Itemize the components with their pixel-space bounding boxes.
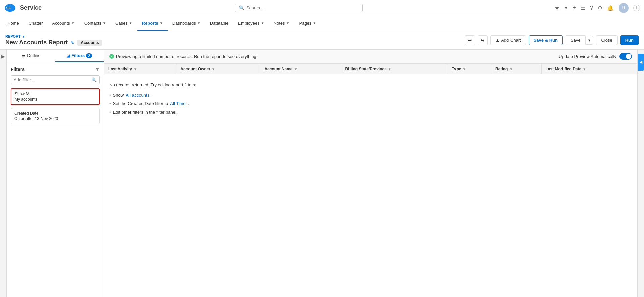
nav-item-reports[interactable]: Reports ▼ (137, 16, 168, 31)
hint-created-date: • Set the Created Date filter to All Tim… (109, 101, 632, 106)
report-header: REPORT ▼ New Accounts Report ✎ Accounts … (0, 31, 644, 50)
question-icon[interactable]: ? (590, 5, 593, 11)
hint-all-accounts: • Show All accounts . (109, 93, 632, 98)
filter-search-input[interactable] (14, 77, 90, 82)
nav-item-cases[interactable]: Cases ▼ (111, 16, 137, 31)
gear-icon[interactable]: ⚙ (598, 5, 602, 11)
close-button[interactable]: Close (596, 35, 617, 45)
search-input[interactable] (246, 5, 359, 10)
left-panel: ☰ Outline ◢ Filters 2 Filters ▼ 🔍 Show M… (7, 50, 104, 297)
save-button[interactable]: Save (566, 35, 585, 45)
col-billing-state-label: Billing State/Province (345, 67, 386, 71)
filter-search-box[interactable]: 🔍 (11, 75, 100, 84)
hint-edit-filters: • Edit other filters in the filter panel… (109, 110, 632, 115)
col-rating-label: Rating (495, 67, 508, 71)
link-all-time[interactable]: All Time (170, 101, 185, 106)
edit-icon[interactable]: ✎ (70, 40, 74, 45)
col-last-modified-date[interactable]: Last Modified Date ▼ (541, 64, 637, 74)
nav-label-employees: Employees (238, 20, 259, 26)
col-billing-state[interactable]: Billing State/Province ▼ (341, 64, 448, 74)
main-content: ✓ Previewing a limited number of records… (104, 50, 637, 297)
nav-item-employees[interactable]: Employees ▼ (233, 16, 269, 31)
hint-period-2: . (188, 101, 189, 106)
bell-icon[interactable]: 🔔 (607, 5, 614, 11)
nav-label-accounts: Accounts (52, 20, 70, 26)
tab-filters[interactable]: ◢ Filters 2 (55, 50, 104, 62)
search-box[interactable]: 🔍 (235, 4, 363, 12)
nav-bar: Home Chatter Accounts ▼ Contacts ▼ Cases… (0, 16, 644, 31)
filter-created-date-value: On or after 13-Nov-2023 (14, 116, 96, 121)
report-dropdown-icon[interactable]: ▼ (22, 35, 25, 38)
svg-text:SF: SF (6, 6, 11, 10)
col-last-activity[interactable]: Last Activity ▼ (104, 64, 176, 74)
rating-sort-icon[interactable]: ▼ (509, 67, 513, 71)
save-and-run-button[interactable]: Save & Run (529, 35, 563, 45)
report-header-right: ↩ ↪ ▲ Add Chart Save & Run Save ▼ Close … (465, 35, 639, 45)
filter-show-me-value: My accounts (15, 97, 96, 102)
redo-button[interactable]: ↪ (478, 35, 488, 45)
hint-edit-filters-label: Edit other filters in the filter panel. (113, 110, 178, 115)
nav-item-datatable[interactable]: Datatable (205, 16, 233, 31)
account-owner-sort-icon[interactable]: ▼ (212, 67, 215, 71)
right-edge-button[interactable]: ◀ (638, 54, 644, 71)
nav-item-pages[interactable]: Pages ▼ (294, 16, 321, 31)
nav-label-dashboards: Dashboards (172, 20, 196, 26)
filters-header: Filters ▼ (11, 67, 100, 72)
outline-icon: ☰ (21, 53, 25, 58)
bullet-3: • (109, 110, 111, 115)
add-chart-button[interactable]: ▲ Add Chart (490, 35, 526, 45)
col-rating[interactable]: Rating ▼ (491, 64, 541, 74)
billing-state-sort-icon[interactable]: ▼ (388, 67, 391, 71)
last-modified-sort-icon[interactable]: ▼ (583, 67, 586, 71)
filter-item-show-me[interactable]: Show Me My accounts (11, 88, 100, 105)
tab-outline[interactable]: ☰ Outline (7, 50, 55, 62)
star-icon[interactable]: ★ (555, 5, 559, 11)
account-name-sort-icon[interactable]: ▼ (294, 67, 297, 71)
save-dropdown-button[interactable]: ▼ (585, 36, 594, 45)
col-account-owner[interactable]: Account Owner ▼ (176, 64, 260, 74)
avatar[interactable]: U (619, 3, 629, 13)
nav-label-cases: Cases (115, 20, 128, 26)
report-label: REPORT ▼ (5, 34, 102, 38)
filter-show-me-label: Show Me (15, 92, 96, 96)
top-bar-right: ★ ▼ + ☰ ? ⚙ 🔔 U i (555, 3, 640, 13)
update-preview-toggle[interactable] (619, 53, 632, 60)
salesforce-logo[interactable]: SF (4, 2, 16, 14)
toggle-chevron-icon: ▶ (1, 54, 5, 59)
update-preview-label: Update Preview Automatically (559, 54, 616, 59)
search-icon: 🔍 (239, 5, 244, 10)
link-all-accounts[interactable]: All accounts (126, 93, 149, 98)
chevron-down-icon[interactable]: ▼ (564, 6, 568, 10)
nav-item-notes[interactable]: Notes ▼ (269, 16, 294, 31)
plus-icon[interactable]: + (573, 4, 576, 11)
table-header-row: Last Activity ▼ Account Owner ▼ Account … (104, 64, 637, 74)
col-last-activity-label: Last Activity (108, 67, 132, 71)
bullet-1: • (109, 93, 111, 98)
col-type-label: Type (452, 67, 461, 71)
nav-item-home[interactable]: Home (3, 16, 24, 31)
reports-chevron-icon: ▼ (160, 21, 163, 25)
filter-item-created-date[interactable]: Created Date On or after 13-Nov-2023 (11, 108, 100, 124)
toggle-knob (626, 54, 631, 59)
undo-button[interactable]: ↩ (465, 35, 475, 45)
sidebar-toggle[interactable]: ▶ (0, 50, 7, 297)
top-bar-left: SF Service (4, 2, 43, 14)
nav-label-datatable: Datatable (210, 20, 229, 26)
nav-item-accounts[interactable]: Accounts ▼ (47, 16, 79, 31)
type-sort-icon[interactable]: ▼ (463, 67, 466, 71)
notes-chevron-icon: ▼ (286, 21, 290, 25)
layers-icon[interactable]: ☰ (581, 5, 585, 11)
report-header-left: REPORT ▼ New Accounts Report ✎ Accounts (5, 34, 102, 46)
nav-item-contacts[interactable]: Contacts ▼ (79, 16, 111, 31)
run-button[interactable]: Run (620, 35, 639, 45)
last-activity-sort-icon[interactable]: ▼ (133, 67, 137, 71)
nav-item-chatter[interactable]: Chatter (24, 16, 48, 31)
right-edge-tab: ◀ (637, 50, 644, 297)
info-icon[interactable]: i (633, 5, 640, 11)
col-type[interactable]: Type ▼ (448, 64, 491, 74)
nav-item-dashboards[interactable]: Dashboards ▼ (168, 16, 205, 31)
filters-expand-icon[interactable]: ▼ (95, 67, 100, 72)
col-account-name[interactable]: Account Name ▼ (260, 64, 341, 74)
nav-label-chatter: Chatter (29, 20, 43, 26)
filters-badge: 2 (86, 53, 92, 58)
